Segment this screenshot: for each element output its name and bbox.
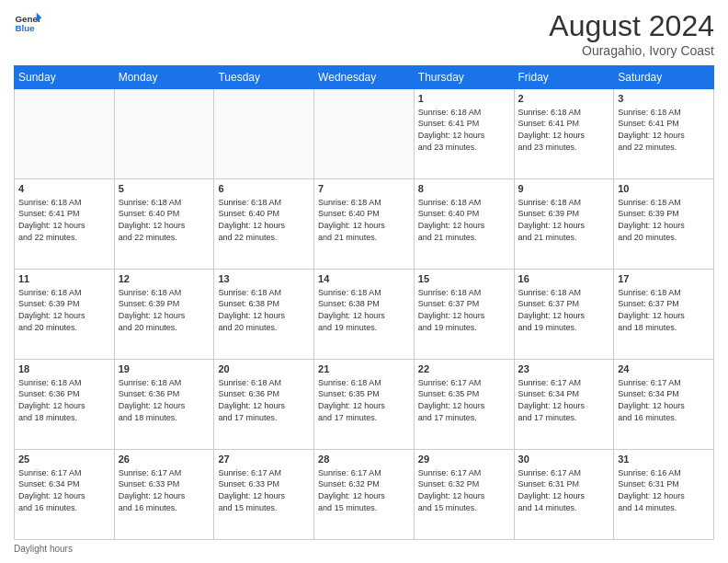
day-info: Sunrise: 6:18 AM Sunset: 6:37 PM Dayligh… [418,287,510,333]
day-info: Sunrise: 6:18 AM Sunset: 6:39 PM Dayligh… [18,287,110,333]
day-number: 11 [18,272,110,286]
calendar-cell [314,89,415,179]
calendar-table: SundayMondayTuesdayWednesdayThursdayFrid… [14,65,714,540]
calendar-cell [214,89,314,179]
day-info: Sunrise: 6:18 AM Sunset: 6:41 PM Dayligh… [18,197,110,243]
day-number: 4 [18,182,110,196]
day-info: Sunrise: 6:18 AM Sunset: 6:40 PM Dayligh… [318,197,410,243]
day-info: Sunrise: 6:17 AM Sunset: 6:33 PM Dayligh… [119,467,210,513]
weekday-header-wednesday: Wednesday [314,66,415,89]
subtitle: Ouragahio, Ivory Coast [549,43,714,58]
weekday-header-row: SundayMondayTuesdayWednesdayThursdayFrid… [15,66,714,89]
calendar-cell: 1Sunrise: 6:18 AM Sunset: 6:41 PM Daylig… [414,89,514,179]
weekday-header-monday: Monday [114,66,214,89]
day-number: 23 [518,362,610,376]
day-number: 10 [618,182,710,196]
calendar-cell: 24Sunrise: 6:17 AM Sunset: 6:34 PM Dayli… [614,360,714,450]
calendar-cell: 30Sunrise: 6:17 AM Sunset: 6:31 PM Dayli… [514,450,614,540]
day-info: Sunrise: 6:17 AM Sunset: 6:34 PM Dayligh… [518,377,610,423]
calendar-cell: 4Sunrise: 6:18 AM Sunset: 6:41 PM Daylig… [15,179,115,270]
weekday-header-friday: Friday [514,66,614,89]
calendar-cell: 26Sunrise: 6:17 AM Sunset: 6:33 PM Dayli… [114,450,214,540]
day-info: Sunrise: 6:18 AM Sunset: 6:40 PM Dayligh… [218,197,310,243]
week-row-1: 1Sunrise: 6:18 AM Sunset: 6:41 PM Daylig… [15,89,714,179]
calendar-cell: 14Sunrise: 6:18 AM Sunset: 6:38 PM Dayli… [314,270,415,360]
day-info: Sunrise: 6:18 AM Sunset: 6:39 PM Dayligh… [119,287,210,333]
calendar-cell: 3Sunrise: 6:18 AM Sunset: 6:41 PM Daylig… [614,89,714,179]
day-number: 18 [18,362,110,376]
week-row-2: 4Sunrise: 6:18 AM Sunset: 6:41 PM Daylig… [15,179,714,270]
day-info: Sunrise: 6:18 AM Sunset: 6:35 PM Dayligh… [318,377,410,423]
title-area: August 2024 Ouragahio, Ivory Coast [549,9,714,58]
day-number: 7 [318,182,410,196]
weekday-header-tuesday: Tuesday [214,66,314,89]
calendar-cell: 19Sunrise: 6:18 AM Sunset: 6:36 PM Dayli… [114,360,214,450]
day-number: 20 [218,362,310,376]
week-row-5: 25Sunrise: 6:17 AM Sunset: 6:34 PM Dayli… [15,450,714,540]
calendar-cell: 7Sunrise: 6:18 AM Sunset: 6:40 PM Daylig… [314,179,415,270]
weekday-header-saturday: Saturday [614,66,714,89]
day-number: 2 [518,92,610,106]
page: General Blue August 2024 Ouragahio, Ivor… [0,0,728,563]
day-info: Sunrise: 6:18 AM Sunset: 6:40 PM Dayligh… [119,197,210,243]
day-number: 31 [618,453,710,466]
calendar-cell: 20Sunrise: 6:18 AM Sunset: 6:36 PM Dayli… [214,360,314,450]
calendar-cell: 31Sunrise: 6:16 AM Sunset: 6:31 PM Dayli… [614,450,714,540]
day-info: Sunrise: 6:16 AM Sunset: 6:31 PM Dayligh… [618,467,710,513]
day-info: Sunrise: 6:18 AM Sunset: 6:38 PM Dayligh… [318,287,410,333]
day-number: 14 [318,272,410,286]
day-info: Sunrise: 6:18 AM Sunset: 6:36 PM Dayligh… [218,377,310,423]
day-number: 8 [418,182,510,196]
calendar-cell: 15Sunrise: 6:18 AM Sunset: 6:37 PM Dayli… [414,270,514,360]
calendar-cell: 5Sunrise: 6:18 AM Sunset: 6:40 PM Daylig… [114,179,214,270]
day-number: 6 [218,182,310,196]
day-info: Sunrise: 6:18 AM Sunset: 6:41 PM Dayligh… [418,107,510,153]
day-number: 28 [318,453,410,466]
logo: General Blue [14,9,41,37]
calendar-cell: 9Sunrise: 6:18 AM Sunset: 6:39 PM Daylig… [514,179,614,270]
week-row-4: 18Sunrise: 6:18 AM Sunset: 6:36 PM Dayli… [15,360,714,450]
day-info: Sunrise: 6:18 AM Sunset: 6:39 PM Dayligh… [618,197,710,243]
calendar-cell: 22Sunrise: 6:17 AM Sunset: 6:35 PM Dayli… [414,360,514,450]
day-number: 26 [119,453,210,466]
calendar-cell: 11Sunrise: 6:18 AM Sunset: 6:39 PM Dayli… [15,270,115,360]
day-number: 9 [518,182,610,196]
calendar-cell: 16Sunrise: 6:18 AM Sunset: 6:37 PM Dayli… [514,270,614,360]
logo-icon: General Blue [14,9,41,37]
day-info: Sunrise: 6:17 AM Sunset: 6:32 PM Dayligh… [418,467,510,513]
calendar-cell: 27Sunrise: 6:17 AM Sunset: 6:33 PM Dayli… [214,450,314,540]
calendar-cell: 23Sunrise: 6:17 AM Sunset: 6:34 PM Dayli… [514,360,614,450]
footer-note: Daylight hours [14,544,714,554]
day-number: 12 [119,272,210,286]
calendar-cell: 10Sunrise: 6:18 AM Sunset: 6:39 PM Dayli… [614,179,714,270]
calendar-cell: 12Sunrise: 6:18 AM Sunset: 6:39 PM Dayli… [114,270,214,360]
day-info: Sunrise: 6:17 AM Sunset: 6:34 PM Dayligh… [18,467,110,513]
day-info: Sunrise: 6:17 AM Sunset: 6:32 PM Dayligh… [318,467,410,513]
calendar-cell: 8Sunrise: 6:18 AM Sunset: 6:40 PM Daylig… [414,179,514,270]
day-info: Sunrise: 6:18 AM Sunset: 6:36 PM Dayligh… [119,377,210,423]
calendar-cell: 28Sunrise: 6:17 AM Sunset: 6:32 PM Dayli… [314,450,415,540]
day-info: Sunrise: 6:18 AM Sunset: 6:37 PM Dayligh… [618,287,710,333]
day-info: Sunrise: 6:17 AM Sunset: 6:34 PM Dayligh… [618,377,710,423]
weekday-header-sunday: Sunday [15,66,115,89]
day-info: Sunrise: 6:18 AM Sunset: 6:40 PM Dayligh… [418,197,510,243]
day-info: Sunrise: 6:18 AM Sunset: 6:41 PM Dayligh… [618,107,710,153]
calendar-cell: 18Sunrise: 6:18 AM Sunset: 6:36 PM Dayli… [15,360,115,450]
day-number: 21 [318,362,410,376]
day-number: 13 [218,272,310,286]
calendar-cell: 21Sunrise: 6:18 AM Sunset: 6:35 PM Dayli… [314,360,415,450]
header: General Blue August 2024 Ouragahio, Ivor… [14,9,714,58]
day-number: 15 [418,272,510,286]
day-number: 30 [518,453,610,466]
day-number: 3 [618,92,710,106]
day-info: Sunrise: 6:17 AM Sunset: 6:31 PM Dayligh… [518,467,610,513]
day-number: 25 [18,453,110,466]
day-info: Sunrise: 6:18 AM Sunset: 6:37 PM Dayligh… [518,287,610,333]
day-number: 29 [418,453,510,466]
calendar-cell: 2Sunrise: 6:18 AM Sunset: 6:41 PM Daylig… [514,89,614,179]
month-title: August 2024 [549,9,714,43]
day-info: Sunrise: 6:18 AM Sunset: 6:41 PM Dayligh… [518,107,610,153]
calendar-cell: 6Sunrise: 6:18 AM Sunset: 6:40 PM Daylig… [214,179,314,270]
day-number: 27 [218,453,310,466]
calendar-cell: 17Sunrise: 6:18 AM Sunset: 6:37 PM Dayli… [614,270,714,360]
